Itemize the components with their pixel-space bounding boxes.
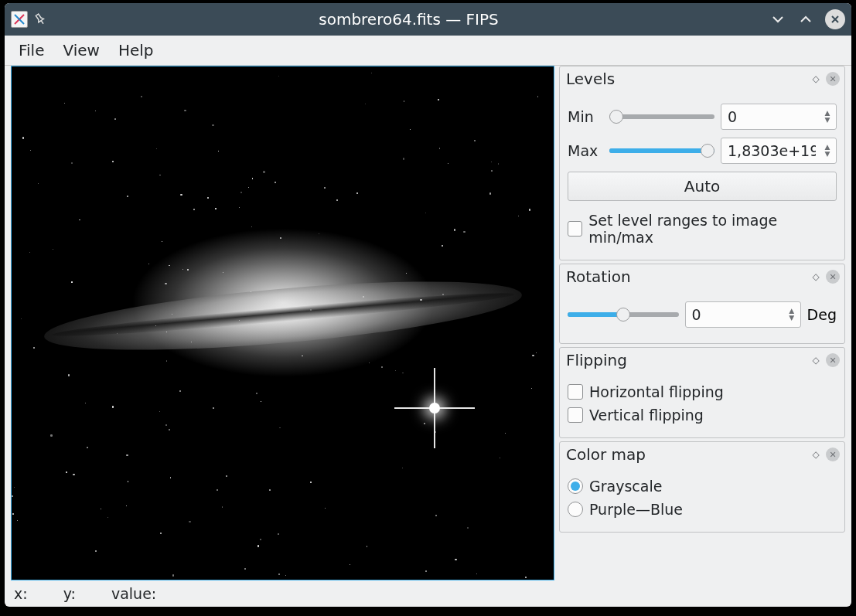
star-icon <box>278 533 279 535</box>
star-icon <box>156 148 157 149</box>
star-icon <box>85 403 86 403</box>
star-icon <box>491 162 492 162</box>
max-spinbox[interactable]: ▲▼ <box>721 138 837 164</box>
star-icon <box>66 471 67 473</box>
min-spinbox[interactable]: ▲▼ <box>721 104 837 130</box>
star-icon <box>463 231 465 233</box>
star-icon <box>319 233 319 234</box>
star-icon <box>525 577 527 578</box>
titlebar[interactable]: sombrero64.fits — FIPS <box>5 3 851 36</box>
main-window: sombrero64.fits — FIPS File View Help <box>5 3 851 607</box>
star-icon <box>257 545 259 546</box>
star-icon <box>95 111 96 111</box>
app-icon <box>11 11 28 28</box>
rotation-unit: Deg <box>807 306 837 323</box>
colormap-title: Color map <box>566 445 646 464</box>
detach-icon[interactable]: ◇ <box>809 353 823 367</box>
rotation-slider[interactable] <box>568 306 679 323</box>
close-icon[interactable]: ✕ <box>826 353 840 367</box>
grayscale-radio[interactable] <box>568 478 583 494</box>
chevron-down-icon[interactable]: ▼ <box>825 117 830 124</box>
detach-icon[interactable]: ◇ <box>809 448 823 461</box>
max-label: Max <box>568 142 603 159</box>
star-icon <box>489 192 491 194</box>
max-slider[interactable] <box>609 142 714 159</box>
hflip-checkbox[interactable] <box>568 384 583 400</box>
close-icon[interactable]: ✕ <box>826 270 840 284</box>
purpleblue-label: Purple—Blue <box>589 501 683 518</box>
star-icon <box>148 264 149 264</box>
star-icon <box>165 424 167 426</box>
star-icon <box>226 475 227 477</box>
star-icon <box>424 423 425 424</box>
star-icon <box>406 273 407 274</box>
close-icon[interactable]: ✕ <box>826 448 840 461</box>
chevron-down-icon[interactable]: ▼ <box>789 315 794 322</box>
star-icon <box>263 171 264 172</box>
star-icon <box>435 515 436 516</box>
range-checkbox[interactable] <box>568 221 582 237</box>
star-icon <box>371 73 372 73</box>
star-icon <box>38 183 39 184</box>
statusbar: x: y: value: <box>5 580 851 607</box>
star-icon <box>107 517 109 519</box>
star-icon <box>73 474 74 475</box>
star-icon <box>285 575 286 576</box>
star-icon <box>269 489 271 491</box>
image-viewer[interactable] <box>11 66 554 580</box>
min-input[interactable] <box>721 108 822 125</box>
levels-panel: Levels ◇ ✕ Min <box>559 66 845 260</box>
rotation-title: Rotation <box>566 267 631 286</box>
menu-view[interactable]: View <box>55 36 107 64</box>
star-icon <box>410 129 411 130</box>
status-y: y: <box>63 585 76 602</box>
star-icon <box>278 76 279 77</box>
auto-button[interactable]: Auto <box>568 172 837 201</box>
purpleblue-radio[interactable] <box>568 502 583 517</box>
star-icon <box>350 564 350 565</box>
menu-help[interactable]: Help <box>111 36 162 64</box>
star-icon <box>126 505 127 506</box>
detach-icon[interactable]: ◇ <box>809 270 823 284</box>
chevron-down-icon[interactable]: ▼ <box>825 151 830 158</box>
star-icon <box>71 162 73 164</box>
rotation-input[interactable] <box>686 306 786 323</box>
star-icon <box>212 124 213 126</box>
star-icon <box>141 96 142 97</box>
star-icon <box>324 187 326 189</box>
galaxy-image <box>12 136 554 479</box>
star-icon <box>165 283 166 284</box>
minimize-button[interactable] <box>769 11 786 28</box>
star-icon <box>403 158 404 159</box>
hflip-label: Horizontal flipping <box>589 383 724 400</box>
star-icon <box>172 574 174 576</box>
rotation-spinbox[interactable]: ▲▼ <box>685 301 801 328</box>
star-icon <box>248 187 249 188</box>
menu-file[interactable]: File <box>11 36 52 64</box>
star-icon <box>536 352 537 353</box>
maximize-button[interactable] <box>797 11 814 28</box>
star-icon <box>310 482 312 483</box>
star-icon <box>310 309 312 311</box>
close-button[interactable] <box>825 9 845 29</box>
star-icon <box>537 96 539 97</box>
star-icon <box>87 447 88 448</box>
star-icon <box>260 539 261 540</box>
star-icon <box>95 550 97 552</box>
star-icon <box>29 252 30 253</box>
vflip-checkbox[interactable] <box>568 407 583 423</box>
max-input[interactable] <box>721 142 822 159</box>
min-label: Min <box>568 108 603 125</box>
star-icon <box>215 208 217 209</box>
close-icon[interactable]: ✕ <box>826 72 840 86</box>
star-icon <box>217 489 218 491</box>
star-icon <box>189 521 191 523</box>
star-icon <box>182 269 183 270</box>
star-icon <box>404 100 405 102</box>
min-slider[interactable] <box>609 108 714 125</box>
window-title: sombrero64.fits — FIPS <box>48 10 769 29</box>
star-icon <box>127 196 128 197</box>
range-checkbox-label: Set level ranges to image min/max <box>588 212 837 246</box>
detach-icon[interactable]: ◇ <box>809 72 823 86</box>
star-icon <box>455 559 456 560</box>
